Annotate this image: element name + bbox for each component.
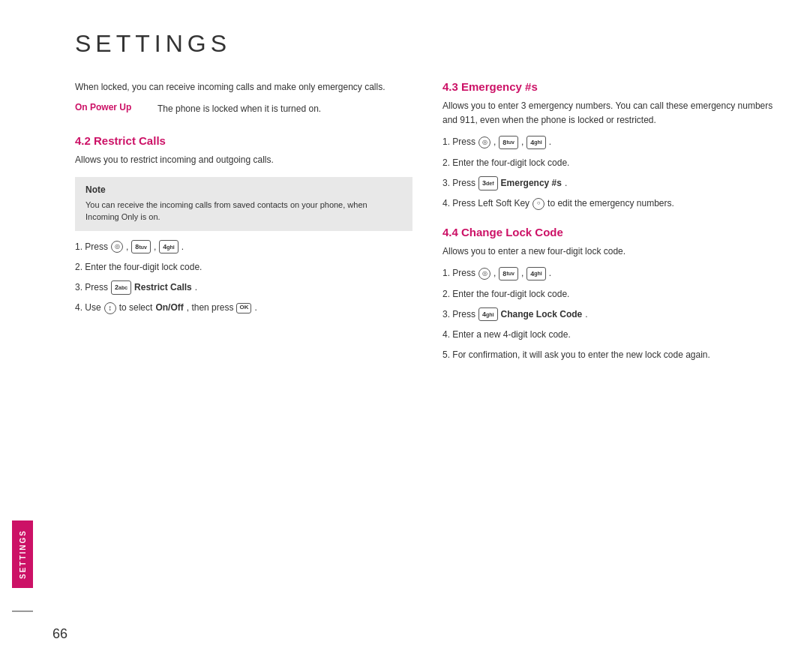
step-1: 1. Press ◎ , 8tuv , 4ghi . — [75, 240, 412, 254]
circle-button-1: ◎ — [111, 241, 123, 253]
s-step-3-num: 3. Press — [442, 308, 476, 322]
r-btn-3def: 3def — [478, 176, 498, 190]
r-step-4-a: 4. Press Left Soft Key — [442, 196, 530, 211]
r-step-2-text: 2. Enter the four-digit lock code. — [442, 156, 569, 170]
step-4-bold: On/Off — [155, 301, 183, 315]
step-4: 4. Use ↕ to select On/Off , then press O… — [75, 301, 412, 315]
step-2: 2. Enter the four-digit lock code. — [75, 260, 412, 274]
s-circle-button-1: ◎ — [478, 268, 490, 280]
page-title: SETTINGS — [75, 30, 780, 58]
section-43-heading: 4.3 Emergency #s — [442, 80, 780, 93]
ok-button-1: OK — [236, 303, 251, 314]
s-btn-4ghi: 4ghi — [478, 308, 498, 321]
section-42-heading: 4.2 Restrict Calls — [75, 134, 412, 147]
period-1: . — [182, 240, 184, 254]
sidebar-label: SETTINGS — [19, 530, 27, 579]
btn-8tuv-1: 8tuv — [131, 240, 151, 254]
s-step-5-text: 5. For confirmation, it will ask you to … — [442, 348, 710, 362]
step-2-text: 2. Enter the four-digit lock code. — [75, 260, 202, 274]
comma-1: , — [126, 240, 128, 254]
s-step-1: 1. Press ◎ , 8tuv , 4ghi . — [442, 266, 780, 280]
r-step-1: 1. Press ◎ , 8tuv , 4ghi . — [442, 135, 780, 149]
right-column: 4.3 Emergency #s Allows you to enter 3 e… — [442, 80, 780, 368]
s-step-1-num: 1. Press — [442, 266, 476, 280]
r-step-2: 2. Enter the four-digit lock code. — [442, 156, 780, 170]
r-step-3: 3. Press 3def Emergency #s. — [442, 176, 780, 190]
r-comma-1: , — [494, 135, 496, 149]
s-btn-8tuv-1: 8tuv — [499, 267, 518, 280]
section-44: 4.4 Change Lock Code Allows you to enter… — [442, 226, 780, 362]
s-step-5: 5. For confirmation, it will ask you to … — [442, 348, 780, 362]
section-42-desc: Allows you to restrict incoming and outg… — [75, 153, 412, 167]
step-3-bold: Restrict Calls — [134, 280, 192, 295]
comma-2: , — [154, 240, 156, 254]
r-step-1-num: 1. Press — [442, 135, 476, 149]
section-44-heading: 4.4 Change Lock Code — [442, 226, 780, 238]
step-4-d: . — [254, 301, 256, 315]
r-step-4: 4. Press Left Soft Key ○ to edit the eme… — [442, 196, 780, 211]
step-1-num: 1. Press — [75, 240, 108, 254]
nav-button: ↕ — [104, 302, 116, 314]
btn-2abc: 2abc — [111, 280, 131, 294]
section-44-desc: Allows you to enter a new four-digit loc… — [442, 244, 780, 259]
r-circle-button-1: ◎ — [478, 136, 490, 148]
r-btn-4ghi-1: 4ghi — [526, 136, 546, 149]
on-power-up-label: On Power Up — [75, 102, 158, 112]
btn-4ghi-1: 4ghi — [159, 240, 178, 254]
note-box: Note You can receive the incoming calls … — [75, 177, 412, 231]
r-step-3-bold: Emergency #s — [501, 176, 562, 190]
r-period-1: . — [549, 135, 551, 149]
sidebar-tab: SETTINGS — [12, 520, 33, 588]
r-soft-key: ○ — [532, 198, 544, 210]
s-step-3-bold: Change Lock Code — [501, 308, 583, 322]
step-4-c: , then press — [187, 301, 234, 315]
sidebar: SETTINGS — [0, 0, 45, 672]
s-comma-2: , — [521, 266, 524, 280]
sidebar-line — [12, 610, 33, 612]
s-step-2: 2. Enter the four-digit lock code. — [442, 287, 780, 302]
section-42: 4.2 Restrict Calls Allows you to restric… — [75, 134, 412, 315]
section-43-desc: Allows you to enter 3 emergency numbers.… — [442, 99, 780, 128]
r-step-3-num: 3. Press — [442, 176, 476, 190]
s-step-2-text: 2. Enter the four-digit lock code. — [442, 287, 569, 302]
note-text: You can receive the incoming calls from … — [86, 199, 402, 224]
s-period-1: . — [549, 266, 551, 280]
s-btn-4ghi-1: 4ghi — [526, 267, 546, 280]
s-step-4: 4. Enter a new 4-digit lock code. — [442, 328, 780, 342]
step-4-a: 4. Use — [75, 301, 101, 315]
step-3: 3. Press 2abc Restrict Calls. — [75, 280, 412, 295]
step-4-b: to select — [119, 301, 153, 315]
r-comma-2: , — [521, 135, 524, 149]
page: SETTINGS 66 SETTINGS When locked, you ca… — [0, 0, 810, 672]
r-step-4-b: to edit the emergency numbers. — [548, 196, 674, 211]
on-power-up-row: On Power Up The phone is locked when it … — [75, 102, 412, 124]
intro-text: When locked, you can receive incoming ca… — [75, 80, 412, 94]
s-step-4-text: 4. Enter a new 4-digit lock code. — [442, 328, 571, 342]
section-43: 4.3 Emergency #s Allows you to enter 3 e… — [442, 80, 780, 211]
r-btn-8tuv-1: 8tuv — [499, 136, 518, 149]
step-3-num: 3. Press — [75, 280, 108, 295]
left-column: When locked, you can receive incoming ca… — [75, 80, 412, 368]
on-power-up-desc: The phone is locked when it is turned on… — [158, 102, 412, 116]
note-title: Note — [86, 184, 402, 195]
s-step-3: 3. Press 4ghi Change Lock Code. — [442, 308, 780, 322]
main-content: SETTINGS When locked, you can receive in… — [52, 0, 810, 672]
s-comma-1: , — [494, 266, 496, 280]
columns: When locked, you can receive incoming ca… — [75, 80, 780, 368]
